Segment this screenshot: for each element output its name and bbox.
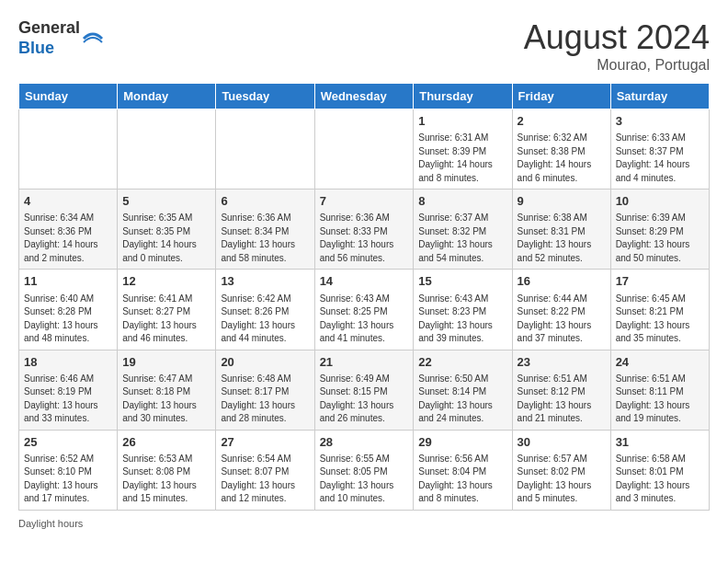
day-info: Sunrise: 6:40 AM Sunset: 8:28 PM Dayligh… (24, 293, 112, 346)
day-number: 17 (616, 273, 704, 290)
day-cell: 10Sunrise: 6:39 AM Sunset: 8:29 PM Dayli… (610, 190, 709, 270)
day-info: Sunrise: 6:55 AM Sunset: 8:05 PM Dayligh… (320, 453, 409, 506)
day-number: 23 (518, 354, 606, 371)
day-number: 15 (418, 273, 506, 290)
logo: General Blue (18, 18, 104, 58)
calendar-body: 1Sunrise: 6:31 AM Sunset: 8:39 PM Daylig… (19, 109, 710, 511)
day-info: Sunrise: 6:34 AM Sunset: 8:36 PM Dayligh… (24, 212, 112, 265)
day-cell: 24Sunrise: 6:51 AM Sunset: 8:11 PM Dayli… (610, 350, 709, 430)
day-number: 3 (616, 113, 704, 130)
day-number: 11 (24, 273, 112, 290)
week-row-2: 4Sunrise: 6:34 AM Sunset: 8:36 PM Daylig… (19, 190, 710, 270)
day-number: 16 (518, 273, 606, 290)
day-cell: 12Sunrise: 6:41 AM Sunset: 8:27 PM Dayli… (118, 270, 216, 350)
day-info: Sunrise: 6:57 AM Sunset: 8:02 PM Dayligh… (518, 453, 606, 506)
day-number: 20 (221, 354, 309, 371)
day-cell: 6Sunrise: 6:36 AM Sunset: 8:34 PM Daylig… (216, 190, 314, 270)
day-cell: 1Sunrise: 6:31 AM Sunset: 8:39 PM Daylig… (414, 109, 512, 190)
logo-blue: Blue (18, 39, 54, 57)
month-title: August 2024 (524, 18, 710, 57)
footer: Daylight hours (18, 518, 710, 529)
day-cell: 26Sunrise: 6:53 AM Sunset: 8:08 PM Dayli… (118, 430, 216, 510)
day-info: Sunrise: 6:54 AM Sunset: 8:07 PM Dayligh… (221, 453, 309, 506)
day-cell: 5Sunrise: 6:35 AM Sunset: 8:35 PM Daylig… (118, 190, 216, 270)
day-cell: 16Sunrise: 6:44 AM Sunset: 8:22 PM Dayli… (512, 270, 610, 350)
day-number: 7 (320, 193, 409, 210)
day-info: Sunrise: 6:51 AM Sunset: 8:11 PM Dayligh… (616, 373, 704, 426)
day-info: Sunrise: 6:35 AM Sunset: 8:35 PM Dayligh… (122, 212, 210, 265)
day-cell: 13Sunrise: 6:42 AM Sunset: 8:26 PM Dayli… (216, 270, 314, 350)
day-info: Sunrise: 6:38 AM Sunset: 8:31 PM Dayligh… (518, 212, 606, 265)
day-number: 29 (418, 434, 506, 451)
col-header-monday: Monday (118, 84, 216, 109)
day-number: 4 (24, 193, 112, 210)
day-info: Sunrise: 6:43 AM Sunset: 8:25 PM Dayligh… (320, 293, 409, 346)
footer-text: Daylight hours (18, 518, 83, 529)
day-cell: 20Sunrise: 6:48 AM Sunset: 8:17 PM Dayli… (216, 350, 314, 430)
day-info: Sunrise: 6:46 AM Sunset: 8:19 PM Dayligh… (24, 373, 112, 426)
day-number: 9 (518, 193, 606, 210)
day-number: 21 (320, 354, 409, 371)
day-info: Sunrise: 6:49 AM Sunset: 8:15 PM Dayligh… (320, 373, 409, 426)
day-number: 8 (418, 193, 506, 210)
day-number: 2 (518, 113, 606, 130)
day-cell: 3Sunrise: 6:33 AM Sunset: 8:37 PM Daylig… (610, 109, 709, 190)
day-cell: 30Sunrise: 6:57 AM Sunset: 8:02 PM Dayli… (512, 430, 610, 510)
day-number: 31 (616, 434, 704, 451)
day-info: Sunrise: 6:44 AM Sunset: 8:22 PM Dayligh… (518, 293, 606, 346)
day-number: 13 (221, 273, 309, 290)
day-number: 26 (122, 434, 210, 451)
day-cell: 7Sunrise: 6:36 AM Sunset: 8:33 PM Daylig… (314, 190, 414, 270)
day-info: Sunrise: 6:58 AM Sunset: 8:01 PM Dayligh… (616, 453, 704, 506)
location-subtitle: Mourao, Portugal (524, 57, 710, 74)
logo-general: General (18, 18, 80, 37)
day-number: 6 (221, 193, 309, 210)
day-cell: 22Sunrise: 6:50 AM Sunset: 8:14 PM Dayli… (414, 350, 512, 430)
day-cell: 4Sunrise: 6:34 AM Sunset: 8:36 PM Daylig… (19, 190, 118, 270)
day-cell: 8Sunrise: 6:37 AM Sunset: 8:32 PM Daylig… (414, 190, 512, 270)
day-cell: 15Sunrise: 6:43 AM Sunset: 8:23 PM Dayli… (414, 270, 512, 350)
day-cell: 19Sunrise: 6:47 AM Sunset: 8:18 PM Dayli… (118, 350, 216, 430)
calendar-header: SundayMondayTuesdayWednesdayThursdayFrid… (19, 84, 710, 109)
day-cell (314, 109, 414, 190)
day-info: Sunrise: 6:36 AM Sunset: 8:34 PM Dayligh… (221, 212, 309, 265)
week-row-1: 1Sunrise: 6:31 AM Sunset: 8:39 PM Daylig… (19, 109, 710, 190)
day-info: Sunrise: 6:48 AM Sunset: 8:17 PM Dayligh… (221, 373, 309, 426)
day-cell: 2Sunrise: 6:32 AM Sunset: 8:38 PM Daylig… (512, 109, 610, 190)
day-cell (216, 109, 314, 190)
day-number: 10 (616, 193, 704, 210)
day-number: 27 (221, 434, 309, 451)
day-number: 22 (418, 354, 506, 371)
page-header: General Blue August 2024 Mourao, Portuga… (18, 18, 710, 74)
day-cell: 31Sunrise: 6:58 AM Sunset: 8:01 PM Dayli… (610, 430, 709, 510)
col-header-friday: Friday (512, 84, 610, 109)
day-info: Sunrise: 6:50 AM Sunset: 8:14 PM Dayligh… (418, 373, 506, 426)
day-number: 19 (122, 354, 210, 371)
day-cell: 9Sunrise: 6:38 AM Sunset: 8:31 PM Daylig… (512, 190, 610, 270)
day-cell: 11Sunrise: 6:40 AM Sunset: 8:28 PM Dayli… (19, 270, 118, 350)
day-info: Sunrise: 6:42 AM Sunset: 8:26 PM Dayligh… (221, 293, 309, 346)
day-cell: 23Sunrise: 6:51 AM Sunset: 8:12 PM Dayli… (512, 350, 610, 430)
week-row-3: 11Sunrise: 6:40 AM Sunset: 8:28 PM Dayli… (19, 270, 710, 350)
day-info: Sunrise: 6:52 AM Sunset: 8:10 PM Dayligh… (24, 453, 112, 506)
col-header-wednesday: Wednesday (314, 84, 414, 109)
day-number: 5 (122, 193, 210, 210)
week-row-5: 25Sunrise: 6:52 AM Sunset: 8:10 PM Dayli… (19, 430, 710, 510)
day-cell: 25Sunrise: 6:52 AM Sunset: 8:10 PM Dayli… (19, 430, 118, 510)
header-row: SundayMondayTuesdayWednesdayThursdayFrid… (19, 84, 710, 109)
day-info: Sunrise: 6:47 AM Sunset: 8:18 PM Dayligh… (122, 373, 210, 426)
col-header-thursday: Thursday (414, 84, 512, 109)
day-info: Sunrise: 6:36 AM Sunset: 8:33 PM Dayligh… (320, 212, 409, 265)
day-info: Sunrise: 6:32 AM Sunset: 8:38 PM Dayligh… (518, 132, 606, 185)
day-cell (19, 109, 118, 190)
day-number: 1 (418, 113, 506, 130)
day-info: Sunrise: 6:45 AM Sunset: 8:21 PM Dayligh… (616, 293, 704, 346)
day-number: 24 (616, 354, 704, 371)
calendar-table: SundayMondayTuesdayWednesdayThursdayFrid… (18, 83, 710, 511)
day-number: 14 (320, 273, 409, 290)
day-cell: 21Sunrise: 6:49 AM Sunset: 8:15 PM Dayli… (314, 350, 414, 430)
day-cell: 27Sunrise: 6:54 AM Sunset: 8:07 PM Dayli… (216, 430, 314, 510)
logo-icon (82, 28, 104, 50)
day-cell (118, 109, 216, 190)
day-cell: 17Sunrise: 6:45 AM Sunset: 8:21 PM Dayli… (610, 270, 709, 350)
